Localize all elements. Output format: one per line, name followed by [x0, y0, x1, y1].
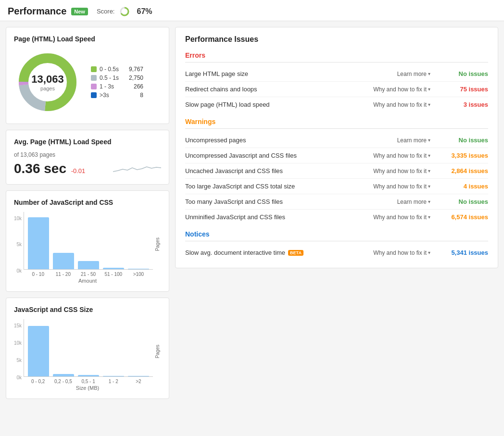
avg-content: of 13,063 pages 0.36 sec -0.01: [14, 151, 161, 176]
x-labels: 0 - 1011 - 2021 - 5051 - 100>100: [24, 270, 153, 277]
size-bars-row: [24, 319, 153, 377]
bar-col: [128, 376, 149, 376]
bar: [128, 269, 149, 269]
chevron-down-icon: ▾: [428, 153, 430, 158]
size-y-mid2: 5k: [17, 358, 22, 363]
perf-issues-title: Performance Issues: [185, 35, 488, 44]
notices-heading: Notices: [185, 230, 488, 241]
avg-load-title: Avg. Page (HTML) Load Speed: [14, 138, 161, 146]
issue-count: 6,574 issues: [440, 213, 488, 221]
avg-diff: -0.01: [71, 167, 86, 174]
bar: [53, 374, 74, 376]
page-title: Performance: [8, 6, 66, 17]
issue-action[interactable]: Why and how to fix it ▾: [373, 168, 430, 174]
issue-count: No issues: [440, 137, 488, 144]
donut-area: 13,063 pages 0 - 0.5s 9,767 0.5 - 1s 2,7…: [14, 49, 161, 116]
chevron-down-icon: ▾: [428, 71, 430, 76]
bar: [53, 253, 74, 269]
issue-action[interactable]: Why and how to fix it ▾: [373, 214, 430, 221]
size-y-min: 0k: [17, 375, 22, 380]
right-column: Performance Issues Errors Large HTML pag…: [175, 27, 498, 268]
issue-count: No issues: [440, 70, 488, 77]
legend-item: 1 - 3s 266: [91, 83, 143, 90]
warnings-heading: Warnings: [185, 118, 488, 129]
js-css-count-card: Number of JavaScript and CSS 10k 5k 0k 0…: [6, 190, 169, 292]
bar: [78, 375, 99, 376]
score-ring: [119, 6, 130, 17]
issue-action[interactable]: Why and how to fix it ▾: [373, 183, 430, 190]
bar: [28, 326, 49, 376]
x-label: 51 - 100: [103, 272, 124, 277]
legend-item: 0 - 0.5s 9,767: [91, 66, 143, 73]
avg-value: 0.36 sec: [14, 161, 66, 176]
issue-action[interactable]: Learn more ▾: [397, 199, 430, 205]
donut-total: 13,063: [31, 73, 63, 86]
x-label: 1 - 2: [103, 379, 124, 384]
issue-row: Too large JavaScript and CSS total sizeW…: [185, 179, 488, 194]
issue-row: Slow avg. document interactive timeBETAW…: [185, 245, 488, 260]
left-column: Page (HTML) Load Speed: [6, 27, 169, 399]
issue-count: 4 issues: [440, 183, 488, 190]
issue-name: Redirect chains and loops: [185, 86, 373, 93]
issue-action[interactable]: Learn more ▾: [397, 71, 430, 77]
legend-color: [91, 92, 97, 98]
chevron-down-icon: ▾: [428, 250, 430, 255]
chart-with-yaxis: 10k 5k 0k 0 - 1011 - 2021 - 5051 - 100>1…: [14, 212, 161, 277]
issue-action[interactable]: Learn more ▾: [397, 137, 430, 144]
bar-col: [28, 217, 49, 269]
chevron-down-icon: ▾: [428, 102, 430, 107]
legend-item: >3s 8: [91, 92, 143, 99]
issue-name: Unminified JavaScript and CSS files: [185, 213, 373, 221]
issue-count: 5,341 issues: [440, 249, 488, 256]
errors-list: Large HTML page sizeLearn more ▾No issue…: [185, 66, 488, 112]
chevron-down-icon: ▾: [428, 168, 430, 174]
chevron-down-icon: ▾: [428, 137, 430, 143]
issue-action[interactable]: Why and how to fix it ▾: [373, 249, 430, 256]
speed-legend: 0 - 0.5s 9,767 0.5 - 1s 2,750 1 - 3s 266…: [91, 66, 143, 99]
size-y-axis-label: Pages: [155, 345, 160, 358]
x-label: 0 - 10: [27, 272, 49, 277]
issue-row: Uncompressed Javascript and CSS filesWhy…: [185, 148, 488, 163]
legend-value: 8: [122, 92, 143, 99]
issue-name: Uncached Javascript and CSS files: [185, 167, 373, 174]
avg-load-card: Avg. Page (HTML) Load Speed of 13,063 pa…: [6, 130, 169, 185]
issue-action[interactable]: Why and how to fix it ▾: [373, 101, 430, 108]
legend-value: 266: [122, 83, 143, 90]
issue-name: Too large JavaScript and CSS total size: [185, 183, 373, 190]
size-chart-with-yaxis: 15k 10k 5k 0k 0 - 0,20,2 - 0,50,5 - 11 -…: [14, 319, 161, 384]
issue-action[interactable]: Why and how to fix it ▾: [373, 152, 430, 159]
issue-count: 3 issues: [440, 101, 488, 108]
issue-name: Large HTML page size: [185, 70, 397, 77]
js-css-size-chart: 15k 10k 5k 0k 0 - 0,20,2 - 0,50,5 - 11 -…: [14, 319, 161, 391]
issue-row: Unminified JavaScript and CSS filesWhy a…: [185, 210, 488, 224]
legend-label: 1 - 3s: [100, 83, 114, 90]
new-badge: New: [71, 8, 88, 15]
size-x-axis-title: Size (MB): [14, 385, 161, 391]
score-label: Score:: [97, 8, 115, 15]
issue-row: Too many JavaScript and CSS filesLearn m…: [185, 194, 488, 210]
y-axis-label: Pages: [155, 237, 160, 251]
x-label: 21 - 50: [77, 272, 99, 277]
donut-chart: 13,063 pages: [14, 49, 81, 116]
x-label: 0 - 0,2: [27, 379, 49, 384]
bar-col: [78, 375, 99, 376]
y-max-label: 10k: [14, 216, 22, 221]
issue-action[interactable]: Why and how to fix it ▾: [373, 86, 430, 93]
x-label: 0,5 - 1: [77, 379, 99, 384]
notices-list: Slow avg. document interactive timeBETAW…: [185, 245, 488, 260]
x-label: 0,2 - 0,5: [52, 379, 74, 384]
size-y-max: 15k: [14, 323, 22, 328]
bar: [103, 376, 124, 376]
js-css-count-title: Number of JavaScript and CSS: [14, 199, 161, 206]
legend-color: [91, 66, 97, 72]
issue-name: Uncompressed Javascript and CSS files: [185, 152, 373, 159]
y-min-label: 0k: [17, 268, 22, 274]
y-mid-label: 5k: [17, 242, 22, 247]
issue-row: Large HTML page sizeLearn more ▾No issue…: [185, 66, 488, 82]
bar: [28, 217, 49, 269]
issue-count: 3,335 issues: [440, 152, 488, 159]
errors-heading: Errors: [185, 51, 488, 62]
x-label: >100: [128, 272, 149, 277]
issue-row: Uncached Javascript and CSS filesWhy and…: [185, 163, 488, 179]
issue-row: Uncompressed pagesLearn more ▾No issues: [185, 133, 488, 148]
